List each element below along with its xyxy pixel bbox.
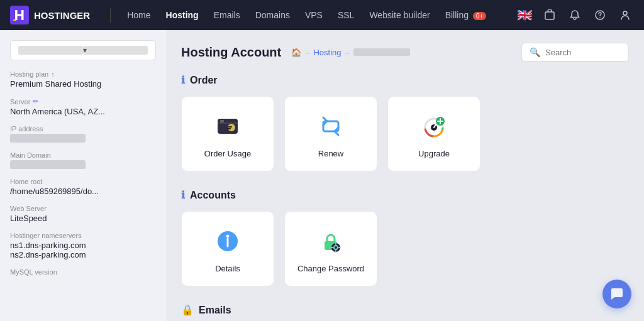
flag-icon: 🇬🇧 bbox=[517, 8, 533, 23]
user-icon[interactable] bbox=[616, 6, 634, 24]
breadcrumb-current bbox=[353, 48, 410, 56]
home-root-value: /home/u859269895/do... bbox=[10, 187, 156, 196]
svg-rect-1 bbox=[13, 19, 16, 21]
svg-rect-10 bbox=[227, 126, 232, 128]
edit-icon[interactable]: ✏ bbox=[33, 97, 38, 106]
hosting-plan-value: Premium Shared Hosting bbox=[10, 79, 156, 89]
notifications-icon[interactable] bbox=[566, 6, 584, 24]
title-breadcrumb: Hosting Account 🏠 – Hosting – bbox=[181, 45, 410, 60]
details-label: Details bbox=[215, 264, 240, 273]
order-section-title: ℹ Order bbox=[181, 74, 629, 86]
change-password-icon bbox=[314, 225, 347, 258]
renew-card[interactable]: Renew bbox=[284, 96, 377, 171]
nav-vps[interactable]: VPS bbox=[299, 6, 329, 24]
sidebar-home-root: Home root /home/u859269895/do... bbox=[10, 178, 156, 196]
change-password-card[interactable]: Change Password bbox=[284, 211, 377, 286]
domain-value bbox=[10, 160, 86, 169]
svg-rect-2 bbox=[545, 12, 554, 19]
logo-text: HOSTINGER bbox=[34, 10, 90, 21]
nav-ssl[interactable]: SSL bbox=[331, 6, 360, 24]
domain-label: Main Domain bbox=[10, 151, 156, 159]
nav-emails[interactable]: Emails bbox=[208, 6, 247, 24]
emails-lock-icon: 🔒 bbox=[181, 304, 194, 316]
svg-rect-8 bbox=[220, 120, 224, 122]
upgrade-icon[interactable]: ↑ bbox=[51, 70, 55, 78]
sidebar-server: Server ✏ North America (USA, AZ... bbox=[10, 97, 156, 116]
web-server-label: Web Server bbox=[10, 205, 156, 212]
mysql-label: MySQL version bbox=[10, 268, 156, 276]
sidebar-account-value bbox=[18, 46, 83, 55]
svg-rect-7 bbox=[218, 122, 238, 124]
store-icon[interactable] bbox=[541, 6, 558, 24]
sidebar-domain: Main Domain bbox=[10, 151, 156, 169]
nav-divider bbox=[110, 8, 111, 23]
breadcrumb-sep1: – bbox=[305, 48, 309, 57]
order-section: ℹ Order Ord bbox=[181, 74, 629, 171]
order-usage-label: Order Usage bbox=[204, 149, 251, 158]
language-selector[interactable]: 🇬🇧 bbox=[516, 6, 533, 24]
billing-badge: 0+ bbox=[473, 12, 486, 20]
logo[interactable]: HOSTINGER bbox=[10, 6, 90, 24]
details-card[interactable]: Details bbox=[181, 211, 274, 286]
order-card-grid: Order Usage Renew bbox=[181, 96, 629, 171]
chevron-down-icon: ▾ bbox=[83, 46, 148, 55]
accounts-info-icon: ℹ bbox=[181, 189, 185, 201]
emails-section: 🔒 Emails bbox=[181, 304, 629, 316]
breadcrumb-home-icon: 🏠 bbox=[291, 48, 301, 57]
accounts-section-title: ℹ Accounts bbox=[181, 189, 629, 201]
order-usage-card[interactable]: Order Usage bbox=[181, 96, 274, 171]
accounts-section: ℹ Accounts Details bbox=[181, 189, 629, 286]
search-box[interactable]: 🔍 bbox=[521, 43, 629, 62]
sidebar-account-dropdown[interactable]: ▾ bbox=[10, 40, 156, 60]
sidebar-web-server: Web Server LiteSpeed bbox=[10, 205, 156, 223]
ip-value bbox=[10, 134, 86, 143]
svg-point-5 bbox=[623, 11, 627, 15]
upgrade-icon-wrap bbox=[418, 110, 450, 143]
topnav-right: 🇬🇧 bbox=[516, 6, 634, 24]
emails-section-title: 🔒 Emails bbox=[181, 304, 629, 316]
server-label: Server ✏ bbox=[10, 97, 156, 106]
nav-billing[interactable]: Billing 0+ bbox=[439, 6, 493, 24]
sidebar-mysql: MySQL version bbox=[10, 268, 156, 276]
svg-point-4 bbox=[599, 17, 601, 18]
home-root-label: Home root bbox=[10, 178, 156, 185]
chat-button[interactable] bbox=[602, 280, 631, 308]
main-nav: Home Hosting Emails Domains VPS SSL Webs… bbox=[121, 6, 516, 24]
sidebar-hosting-plan: Hosting plan ↑ Premium Shared Hosting bbox=[10, 70, 156, 89]
emails-title-text: Emails bbox=[199, 305, 231, 316]
breadcrumb-hosting-link[interactable]: Hosting bbox=[313, 48, 341, 57]
search-input[interactable] bbox=[545, 48, 621, 57]
main-layout: ▾ Hosting plan ↑ Premium Shared Hosting … bbox=[0, 30, 644, 321]
server-value: North America (USA, AZ... bbox=[10, 107, 156, 116]
nameservers-value1: ns1.dns-parking.com bbox=[10, 241, 156, 250]
upgrade-card[interactable]: Upgrade bbox=[387, 96, 480, 171]
svg-rect-11 bbox=[227, 128, 231, 129]
order-usage-icon bbox=[211, 110, 244, 143]
nameservers-value2: ns2.dns-parking.com bbox=[10, 250, 156, 259]
details-icon bbox=[211, 225, 244, 258]
sidebar: ▾ Hosting plan ↑ Premium Shared Hosting … bbox=[0, 30, 166, 321]
nav-home[interactable]: Home bbox=[121, 6, 157, 24]
accounts-title-text: Accounts bbox=[190, 190, 236, 201]
hosting-plan-label: Hosting plan ↑ bbox=[10, 70, 156, 78]
order-info-icon: ℹ bbox=[181, 74, 185, 86]
change-password-label: Change Password bbox=[297, 264, 364, 273]
nav-domains[interactable]: Domains bbox=[249, 6, 296, 24]
sidebar-ip: IP address bbox=[10, 125, 156, 143]
nameservers-label: Hostinger nameservers bbox=[10, 232, 156, 239]
ip-label: IP address bbox=[10, 125, 156, 133]
main-content: Hosting Account 🏠 – Hosting – 🔍 ℹ Order bbox=[166, 30, 644, 321]
top-navigation: HOSTINGER Home Hosting Emails Domains VP… bbox=[0, 0, 644, 30]
breadcrumb-sep2: – bbox=[345, 48, 350, 57]
search-icon: 🔍 bbox=[530, 47, 540, 57]
svg-point-24 bbox=[226, 234, 230, 237]
content-header: Hosting Account 🏠 – Hosting – 🔍 bbox=[181, 43, 629, 62]
sidebar-nameservers: Hostinger nameservers ns1.dns-parking.co… bbox=[10, 232, 156, 259]
accounts-card-grid: Details bbox=[181, 211, 629, 286]
nav-website-builder[interactable]: Website builder bbox=[363, 6, 436, 24]
page-title: Hosting Account bbox=[181, 45, 281, 60]
nav-hosting[interactable]: Hosting bbox=[160, 6, 205, 24]
upgrade-label: Upgrade bbox=[418, 149, 450, 158]
help-icon[interactable] bbox=[591, 6, 609, 24]
renew-icon bbox=[314, 110, 347, 143]
